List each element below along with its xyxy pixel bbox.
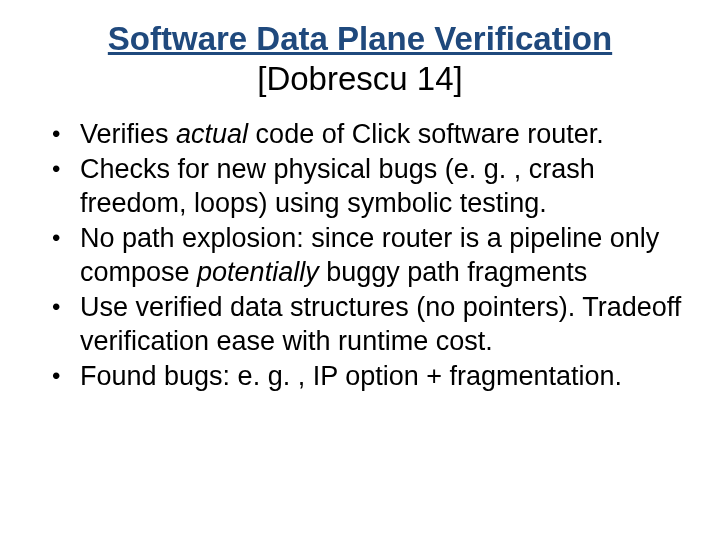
bullet-text: Checks for new physical bugs (e. g. , cr…	[80, 154, 595, 217]
bullet-text: Verifies	[80, 119, 176, 149]
slide: Software Data Plane Verification [Dobres…	[0, 0, 720, 540]
bullet-text: Use verified data structures (no pointer…	[80, 292, 681, 355]
slide-subtitle: [Dobrescu 14]	[28, 60, 692, 98]
slide-title: Software Data Plane Verification	[28, 20, 692, 58]
list-item: Checks for new physical bugs (e. g. , cr…	[52, 153, 686, 220]
list-item: No path explosion: since router is a pip…	[52, 222, 686, 289]
bullet-list: Verifies actual code of Click software r…	[28, 118, 692, 394]
list-item: Found bugs: e. g. , IP option + fragment…	[52, 360, 686, 393]
list-item: Verifies actual code of Click software r…	[52, 118, 686, 151]
bullet-emph: actual	[176, 119, 248, 149]
title-block: Software Data Plane Verification [Dobres…	[28, 20, 692, 98]
bullet-emph: potentially	[197, 257, 319, 287]
bullet-text: buggy path fragments	[319, 257, 588, 287]
list-item: Use verified data structures (no pointer…	[52, 291, 686, 358]
bullet-text: code of Click software router.	[248, 119, 604, 149]
bullet-text: Found bugs: e. g. , IP option + fragment…	[80, 361, 622, 391]
